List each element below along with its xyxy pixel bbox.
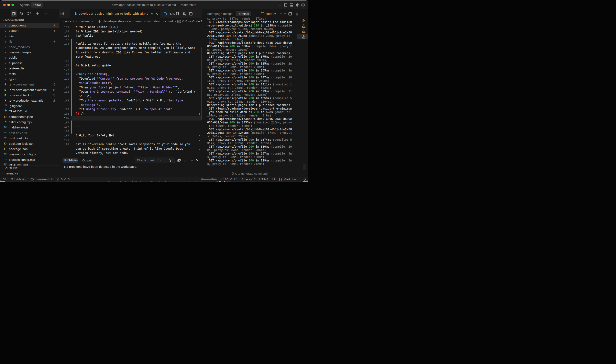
svg-text:abc: abc xyxy=(178,21,180,22)
